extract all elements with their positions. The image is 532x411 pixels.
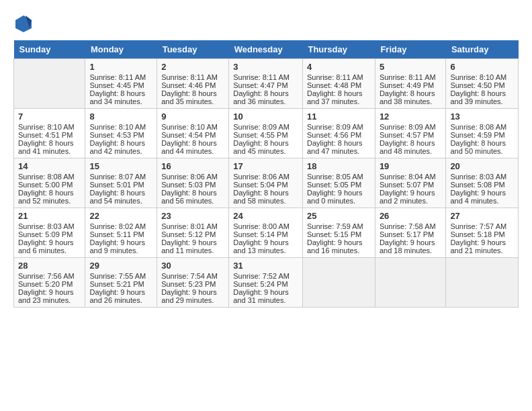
date-number: 1: [89, 62, 152, 72]
calendar-week-5: 28Sunrise: 7:56 AMSunset: 5:20 PMDayligh…: [14, 258, 519, 308]
date-number: 10: [233, 111, 298, 122]
calendar-cell: 29Sunrise: 7:55 AMSunset: 5:21 PMDayligh…: [85, 258, 157, 308]
date-number: 29: [89, 261, 152, 271]
date-number: 24: [233, 211, 298, 221]
calendar-cell: 5Sunrise: 8:11 AMSunset: 4:49 PMDaylight…: [375, 59, 446, 109]
calendar-week-1: 1Sunrise: 8:11 AMSunset: 4:45 PMDaylight…: [14, 59, 519, 109]
calendar-cell: 27Sunrise: 7:57 AMSunset: 5:18 PMDayligh…: [446, 208, 519, 258]
day-header-friday: Friday: [375, 40, 446, 59]
calendar-cell: 12Sunrise: 8:09 AMSunset: 4:57 PMDayligh…: [375, 109, 446, 158]
date-number: 26: [380, 211, 442, 221]
header-row: SundayMondayTuesdayWednesdayThursdayFrid…: [14, 40, 519, 59]
date-number: 30: [161, 261, 224, 271]
calendar-cell: 18Sunrise: 8:05 AMSunset: 5:05 PMDayligh…: [302, 158, 375, 208]
date-number: 25: [307, 211, 371, 221]
day-header-sunday: Sunday: [14, 40, 85, 59]
calendar-cell: 6Sunrise: 8:10 AMSunset: 4:50 PMDaylight…: [446, 59, 519, 109]
date-number: 18: [307, 161, 371, 171]
calendar-cell: 28Sunrise: 7:56 AMSunset: 5:20 PMDayligh…: [14, 258, 85, 308]
calendar-cell: 22Sunrise: 8:02 AMSunset: 5:11 PMDayligh…: [85, 208, 157, 258]
date-number: 17: [233, 161, 298, 171]
date-number: 27: [450, 211, 514, 221]
calendar-cell: 24Sunrise: 8:00 AMSunset: 5:14 PMDayligh…: [229, 208, 303, 258]
calendar-cell: 31Sunrise: 7:52 AMSunset: 5:24 PMDayligh…: [229, 258, 303, 308]
calendar-cell: 4Sunrise: 8:11 AMSunset: 4:48 PMDaylight…: [302, 59, 375, 109]
calendar-cell: 30Sunrise: 7:54 AMSunset: 5:23 PMDayligh…: [157, 258, 229, 308]
calendar-cell: [446, 258, 519, 308]
date-number: 21: [18, 211, 81, 221]
date-number: 14: [18, 161, 81, 171]
header: [13, 13, 519, 34]
date-number: 4: [307, 62, 371, 72]
calendar-body: 1Sunrise: 8:11 AMSunset: 4:45 PMDaylight…: [14, 59, 519, 308]
calendar-cell: [375, 258, 446, 308]
date-number: 23: [161, 211, 224, 221]
calendar-cell: 16Sunrise: 8:06 AMSunset: 5:03 PMDayligh…: [157, 158, 229, 208]
calendar-week-4: 21Sunrise: 8:03 AMSunset: 5:09 PMDayligh…: [14, 208, 519, 258]
date-number: 13: [450, 111, 514, 122]
date-number: 2: [161, 62, 224, 72]
calendar-cell: 17Sunrise: 8:06 AMSunset: 5:04 PMDayligh…: [229, 158, 303, 208]
date-number: 15: [89, 161, 152, 171]
calendar-cell: 8Sunrise: 8:10 AMSunset: 4:53 PMDaylight…: [85, 109, 157, 158]
date-number: 8: [89, 111, 152, 122]
date-number: 11: [307, 111, 371, 122]
calendar-cell: 7Sunrise: 8:10 AMSunset: 4:51 PMDaylight…: [14, 109, 85, 158]
calendar-cell: 25Sunrise: 7:59 AMSunset: 5:15 PMDayligh…: [302, 208, 375, 258]
calendar-cell: 21Sunrise: 8:03 AMSunset: 5:09 PMDayligh…: [14, 208, 85, 258]
logo: [13, 13, 36, 34]
date-number: 16: [161, 161, 224, 171]
date-number: 12: [380, 111, 442, 122]
date-number: 31: [233, 261, 298, 271]
calendar-cell: 3Sunrise: 8:11 AMSunset: 4:47 PMDaylight…: [229, 59, 303, 109]
day-header-monday: Monday: [85, 40, 157, 59]
day-header-saturday: Saturday: [446, 40, 519, 59]
date-number: 3: [233, 62, 298, 72]
day-header-thursday: Thursday: [302, 40, 375, 59]
calendar-week-3: 14Sunrise: 8:08 AMSunset: 5:00 PMDayligh…: [14, 158, 519, 208]
calendar-cell: 19Sunrise: 8:04 AMSunset: 5:07 PMDayligh…: [375, 158, 446, 208]
calendar-table: SundayMondayTuesdayWednesdayThursdayFrid…: [13, 40, 519, 308]
date-number: 7: [18, 111, 81, 122]
calendar-cell: [302, 258, 375, 308]
calendar-cell: 15Sunrise: 8:07 AMSunset: 5:01 PMDayligh…: [85, 158, 157, 208]
date-number: 5: [380, 62, 442, 72]
calendar-cell: [14, 59, 85, 109]
logo-icon: [13, 13, 34, 34]
calendar-cell: 1Sunrise: 8:11 AMSunset: 4:45 PMDaylight…: [85, 59, 157, 109]
date-number: 22: [89, 211, 152, 221]
calendar-cell: 2Sunrise: 8:11 AMSunset: 4:46 PMDaylight…: [157, 59, 229, 109]
date-number: 6: [450, 62, 514, 72]
date-number: 28: [18, 261, 81, 271]
calendar-cell: 26Sunrise: 7:58 AMSunset: 5:17 PMDayligh…: [375, 208, 446, 258]
calendar-cell: 23Sunrise: 8:01 AMSunset: 5:12 PMDayligh…: [157, 208, 229, 258]
date-number: 19: [380, 161, 442, 171]
calendar-cell: 13Sunrise: 8:08 AMSunset: 4:59 PMDayligh…: [446, 109, 519, 158]
calendar-cell: 10Sunrise: 8:09 AMSunset: 4:55 PMDayligh…: [229, 109, 303, 158]
day-header-wednesday: Wednesday: [229, 40, 303, 59]
day-header-tuesday: Tuesday: [157, 40, 229, 59]
date-number: 20: [450, 161, 514, 171]
calendar-week-2: 7Sunrise: 8:10 AMSunset: 4:51 PMDaylight…: [14, 109, 519, 158]
calendar-cell: 11Sunrise: 8:09 AMSunset: 4:56 PMDayligh…: [302, 109, 375, 158]
calendar-cell: 9Sunrise: 8:10 AMSunset: 4:54 PMDaylight…: [157, 109, 229, 158]
date-number: 9: [161, 111, 224, 122]
calendar-cell: 14Sunrise: 8:08 AMSunset: 5:00 PMDayligh…: [14, 158, 85, 208]
calendar-header: SundayMondayTuesdayWednesdayThursdayFrid…: [14, 40, 519, 59]
calendar-cell: 20Sunrise: 8:03 AMSunset: 5:08 PMDayligh…: [446, 158, 519, 208]
